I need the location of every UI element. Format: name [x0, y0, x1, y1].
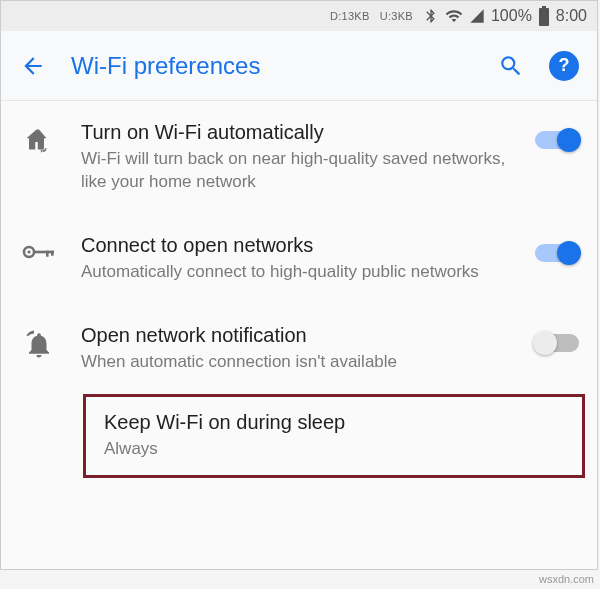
setting-subtitle: Wi-Fi will turn back on near high-qualit…: [81, 148, 513, 194]
back-button[interactable]: [19, 52, 47, 80]
battery-pct-text: 100%: [491, 7, 532, 25]
status-bar: D:13KB U:3KB 100% 8:00: [1, 1, 597, 31]
setting-title: Connect to open networks: [81, 234, 513, 257]
home-refresh-icon: [19, 121, 59, 157]
setting-open-networks[interactable]: Connect to open networks Automatically c…: [1, 214, 597, 304]
setting-subtitle: Automatically connect to high-quality pu…: [81, 261, 513, 284]
app-bar: Wi-Fi preferences ?: [1, 31, 597, 101]
help-button[interactable]: ?: [549, 51, 579, 81]
battery-icon: [538, 6, 550, 26]
svg-rect-5: [46, 251, 49, 257]
cell-signal-icon: [469, 8, 485, 24]
watermark-text: wsxdn.com: [539, 573, 594, 585]
setting-title: Turn on Wi-Fi automatically: [81, 121, 513, 144]
setting-subtitle: Always: [104, 438, 564, 461]
bluetooth-icon: [423, 8, 439, 24]
open-notify-switch[interactable]: [535, 334, 579, 352]
setting-open-notify[interactable]: Open network notification When automatic…: [1, 304, 597, 394]
svg-point-3: [27, 250, 30, 253]
setting-title: Keep Wi-Fi on during sleep: [104, 411, 564, 434]
page-title: Wi-Fi preferences: [71, 52, 473, 80]
open-networks-switch[interactable]: [535, 244, 579, 262]
key-icon: [19, 234, 59, 264]
net-down-text: D:13KB: [330, 10, 370, 22]
svg-rect-1: [542, 6, 546, 8]
setting-subtitle: When automatic connection isn't availabl…: [81, 351, 513, 374]
clock-text: 8:00: [556, 7, 587, 25]
setting-keep-wifi-sleep[interactable]: Keep Wi-Fi on during sleep Always: [83, 394, 585, 478]
svg-rect-0: [539, 8, 549, 26]
svg-rect-6: [51, 251, 54, 256]
settings-list: Turn on Wi-Fi automatically Wi-Fi will t…: [1, 101, 597, 478]
setting-title: Open network notification: [81, 324, 513, 347]
wifi-icon: [445, 7, 463, 25]
net-up-text: U:3KB: [380, 10, 413, 22]
bell-wifi-icon: [19, 324, 59, 360]
search-button[interactable]: [497, 52, 525, 80]
auto-wifi-switch[interactable]: [535, 131, 579, 149]
setting-auto-wifi[interactable]: Turn on Wi-Fi automatically Wi-Fi will t…: [1, 101, 597, 214]
